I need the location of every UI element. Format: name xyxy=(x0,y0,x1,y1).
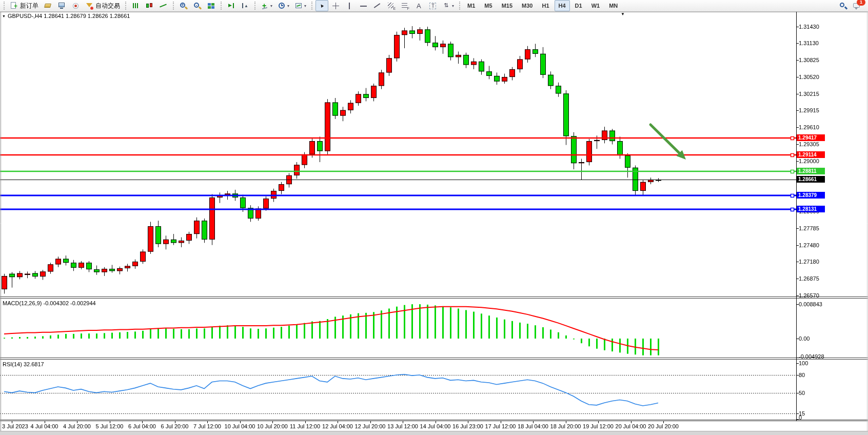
symbol-ohlc-line[interactable]: ▼GBPUSD-,H4 1.28641 1.28679 1.28626 1.28… xyxy=(2,13,130,19)
tf-h1-label: H1 xyxy=(540,3,551,9)
time-axis-label: 13 Jul 12:00 xyxy=(387,423,418,429)
price-tick-label: 1.29305 xyxy=(799,141,819,147)
tf-m1-button[interactable]: M1 xyxy=(463,0,479,11)
trendline-button[interactable] xyxy=(371,0,384,11)
line-chart-button[interactable] xyxy=(157,0,170,11)
rsi-tick-label: 80 xyxy=(799,372,805,378)
text-label-button[interactable] xyxy=(426,0,439,11)
price-tick-label: 1.31130 xyxy=(799,40,819,46)
doc-icon xyxy=(10,2,18,10)
toolbar: 新订单自动交易▾▾▾▾M1M5M15M30H1H4D1W1MN xyxy=(0,0,868,12)
time-axis-label: 16 Jul 23:00 xyxy=(452,423,483,429)
auto-trading-button[interactable]: 自动交易 xyxy=(83,0,122,11)
hline-icon xyxy=(359,2,368,10)
hline-price-label[interactable]: 1.28379 xyxy=(797,192,825,199)
indicators-button[interactable]: ▾ xyxy=(259,0,274,11)
new-order-label: 新订单 xyxy=(20,2,38,10)
rsi-tick-label: 0 xyxy=(799,414,802,421)
tf-d1-label: D1 xyxy=(573,3,584,9)
candles-icon xyxy=(145,2,154,10)
price-tick-label: 1.30520 xyxy=(799,74,819,80)
new-order-button[interactable]: 新订单 xyxy=(8,0,41,11)
price-tick-label: 1.30825 xyxy=(799,57,819,63)
signals-button[interactable] xyxy=(69,0,82,11)
bars-icon xyxy=(131,2,140,10)
time-axis-label: 18 Jul 20:00 xyxy=(550,423,581,429)
time-axis-label: 11 Jul 12:00 xyxy=(290,423,320,429)
time-axis-label: 4 Jul 20:00 xyxy=(63,423,91,429)
bar-chart-button[interactable] xyxy=(129,0,142,11)
tf-w1-button[interactable]: W1 xyxy=(587,0,604,11)
hline-price-label[interactable]: 1.29417 xyxy=(797,134,825,141)
periods-button[interactable]: ▾ xyxy=(275,0,291,11)
vertical-line-button[interactable] xyxy=(343,0,356,11)
tf-d1-button[interactable]: D1 xyxy=(571,0,586,11)
zoom-in-button[interactable] xyxy=(177,0,190,11)
tf-m30-button[interactable]: M30 xyxy=(518,0,537,11)
tf-w1-label: W1 xyxy=(589,3,602,9)
price-tick-label: 1.27180 xyxy=(799,259,819,265)
tiles-icon xyxy=(207,2,215,10)
rsi-tick-label: 100 xyxy=(799,360,808,366)
toolbar-grip xyxy=(173,2,174,10)
chart-shift-marker[interactable]: ▼ xyxy=(621,12,625,16)
tile-windows-button[interactable] xyxy=(205,0,218,11)
textt-icon xyxy=(428,2,437,10)
crosshair-button[interactable] xyxy=(329,0,342,11)
auto-trading-label: 自动交易 xyxy=(95,2,120,10)
terminal-button[interactable] xyxy=(55,0,68,11)
cursor-button[interactable] xyxy=(315,0,328,11)
tf-m15-button[interactable]: M15 xyxy=(498,0,517,11)
zoomout-icon xyxy=(193,2,202,10)
price-tick-label: 1.31430 xyxy=(799,24,819,30)
crosshair-icon xyxy=(331,2,340,10)
tf-m5-button[interactable]: M5 xyxy=(480,0,496,11)
time-axis-label: 12 Jul 04:00 xyxy=(322,423,353,429)
candle-chart-button[interactable] xyxy=(143,0,156,11)
time-axis-label: 10 Jul 20:00 xyxy=(257,423,288,429)
trendline-icon xyxy=(373,2,382,10)
horizontal-scrollbar[interactable] xyxy=(0,431,868,435)
hline-price-label[interactable]: 1.28131 xyxy=(797,206,825,212)
tf-h4-button[interactable]: H4 xyxy=(555,0,570,11)
tf-h4-label: H4 xyxy=(557,3,568,9)
time-axis-label: 20 Jul 20:00 xyxy=(648,423,679,429)
autoscroll-icon xyxy=(227,2,235,10)
macd-tick-label: 0.008843 xyxy=(799,301,822,307)
linechart-icon xyxy=(159,2,168,10)
search-button[interactable] xyxy=(837,0,850,11)
zoom-out-button[interactable] xyxy=(191,0,204,11)
chart-shift-button[interactable] xyxy=(239,0,251,11)
auto-scroll-button[interactable] xyxy=(225,0,238,11)
mt4-window: 新订单自动交易▾▾▾▾M1M5M15M30H1H4D1W1MN 1 ▼GBPUS… xyxy=(0,0,868,435)
tf-m30-label: M30 xyxy=(520,3,535,9)
tf-h1-button[interactable]: H1 xyxy=(538,0,553,11)
market-gold-button[interactable] xyxy=(42,0,54,11)
text-button[interactable] xyxy=(412,0,425,11)
time-axis-label: 14 Jul 04:00 xyxy=(420,423,451,429)
arrow-objects-button[interactable]: ▾ xyxy=(440,0,456,11)
toolbar-grip xyxy=(459,2,460,10)
macd-label: MACD(12,26,9) -0.004302 -0.002944 xyxy=(3,300,96,306)
toolbar-grip xyxy=(4,2,5,10)
rsi-tick-label: 50 xyxy=(799,390,805,396)
price-tick-label: 1.26875 xyxy=(799,275,819,282)
hline-price-label[interactable]: 1.29114 xyxy=(797,151,825,158)
current-price-label[interactable]: 1.28661 xyxy=(797,176,825,183)
time-axis-label: 17 Jul 12:00 xyxy=(485,423,516,429)
macd-tick-label: -0.004928 xyxy=(799,353,824,360)
price-tick-label: 1.30215 xyxy=(799,91,819,97)
chevron-down-icon: ▾ xyxy=(304,4,306,8)
hline-price-label[interactable]: 1.28811 xyxy=(797,168,825,174)
fibonacci-button[interactable] xyxy=(399,0,411,11)
time-axis-label: 7 Jul 12:00 xyxy=(193,423,221,429)
price-tick-label: 1.29915 xyxy=(799,107,819,113)
price-tick-label: 1.27785 xyxy=(799,225,819,231)
equidistant-channel-button[interactable] xyxy=(385,0,398,11)
tf-mn-button[interactable]: MN xyxy=(605,0,622,11)
tf-mn-label: MN xyxy=(607,3,620,9)
horizontal-line-button[interactable] xyxy=(357,0,370,11)
templates-button[interactable]: ▾ xyxy=(292,0,308,11)
monitor-icon xyxy=(57,2,66,10)
notifications-button[interactable]: 1 xyxy=(851,0,863,11)
